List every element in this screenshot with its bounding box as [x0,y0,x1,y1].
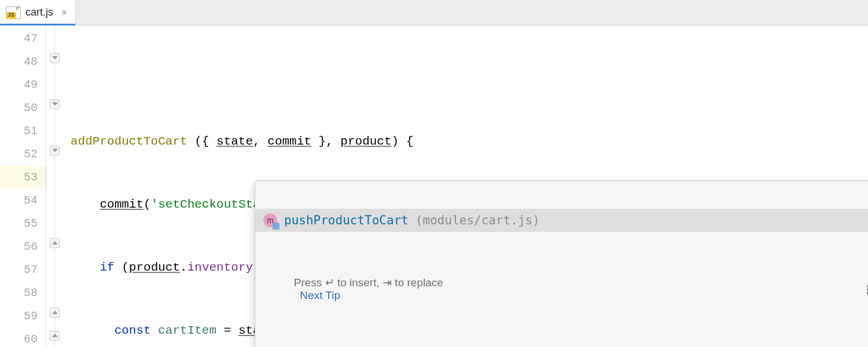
close-icon[interactable]: × [61,8,67,17]
line-number[interactable]: 58 [0,281,46,304]
completion-popup: m pushProductToCart (modules/cart.js) Pr… [255,180,868,347]
tab-key-icon: ⇥ [382,276,392,289]
code-line[interactable]: addProductToCart ({ state, commit }, pro… [64,130,868,153]
completion-item[interactable]: m pushProductToCart (modules/cart.js) [255,209,868,232]
line-number[interactable]: 56 [0,235,46,258]
completion-hint-text: Press ↵ to insert, ⇥ to replace Next Tip [263,263,443,315]
js-file-icon: JS [6,6,21,19]
line-number[interactable]: 57 [0,258,46,281]
fold-toggle-icon[interactable] [50,99,60,109]
tab-bar: JS cart.js × [0,0,868,25]
fold-column [46,25,64,347]
line-number[interactable]: 54 [0,189,46,212]
line-number[interactable]: 49 [0,73,46,96]
line-number[interactable]: 60 [0,327,46,347]
line-number[interactable]: 59 [0,304,46,327]
gutter: 47 48 49 50 51 52 53 54 55 56 57 58 59 6… [0,25,46,347]
line-number[interactable]: 50 [0,96,46,119]
line-number[interactable]: 55 [0,212,46,235]
line-number[interactable]: 53 [0,165,46,189]
completion-context: (modules/cart.js) [415,213,540,227]
fold-toggle-icon[interactable] [50,308,60,318]
tab-filename: cart.js [25,6,53,19]
fold-toggle-icon[interactable] [50,331,60,341]
code-line[interactable] [64,67,868,90]
enter-key-icon: ↵ [325,276,334,289]
line-number[interactable]: 47 [0,27,46,50]
line-number[interactable]: 51 [0,119,46,142]
fold-toggle-icon[interactable] [50,238,60,248]
code-editor[interactable]: 47 48 49 50 51 52 53 54 55 56 57 58 59 6… [0,25,868,347]
next-tip-link[interactable]: Next Tip [300,289,340,301]
code-area[interactable]: addProductToCart ({ state, commit }, pro… [64,25,868,347]
completion-hint-bar: Press ↵ to insert, ⇥ to replace Next Tip… [255,260,868,320]
line-number[interactable]: 52 [0,142,46,165]
completion-name: pushProductToCart [284,213,409,227]
editor-tab[interactable]: JS cart.js × [0,0,76,25]
js-badge: JS [6,12,16,19]
fold-toggle-icon[interactable] [50,53,60,63]
function-name: addProductToCart [71,135,187,148]
method-icon: m [263,213,277,227]
fold-toggle-icon[interactable] [50,146,60,156]
line-number[interactable]: 48 [0,50,46,73]
